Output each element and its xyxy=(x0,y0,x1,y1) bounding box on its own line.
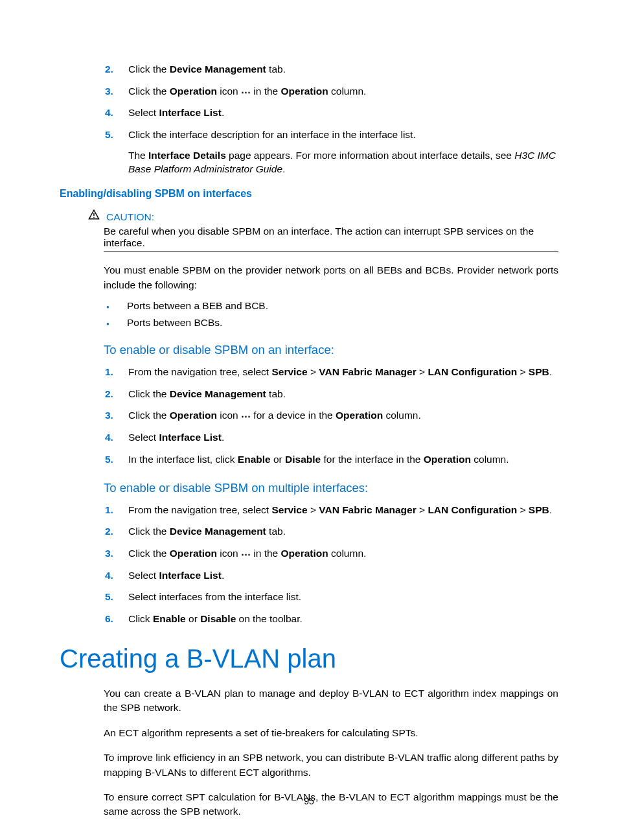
caution-row: CAUTION: xyxy=(88,209,558,223)
step-text: Select Interface List. xyxy=(128,430,558,445)
step-number: 5. xyxy=(105,590,128,604)
svg-point-1 xyxy=(93,217,95,218)
step-number: 1. xyxy=(105,503,128,517)
caution-label: CAUTION: xyxy=(106,211,154,223)
step-text: Click the Device Management tab. xyxy=(128,387,558,401)
step-text: In the interface list, click Enable or D… xyxy=(128,452,558,467)
bullet-dot-icon: ● xyxy=(106,317,127,329)
list-step: 3.Click the Operation icon ⋯ in the Oper… xyxy=(105,546,558,561)
step-number: 4. xyxy=(105,430,128,445)
step-number: 2. xyxy=(105,62,128,76)
step-text: Click the Operation icon ⋯ in the Operat… xyxy=(128,84,558,99)
list-step: 4.Select Interface List. xyxy=(105,430,558,445)
step-text: Click the Device Management tab. xyxy=(128,62,558,76)
step-number: 2. xyxy=(105,387,128,401)
step-subtext: The Interface Details page appears. For … xyxy=(128,148,558,176)
body-paragraph: An ECT algorithm represents a set of tie… xyxy=(104,726,558,740)
list-step: 5.Click the interface description for an… xyxy=(105,128,558,176)
step-text: Click Enable or Disable on the toolbar. xyxy=(128,612,558,626)
body-paragraph: You can create a B-VLAN plan to manage a… xyxy=(104,686,558,716)
step-number: 6. xyxy=(105,612,128,626)
list-step: 1.From the navigation tree, select Servi… xyxy=(105,365,558,379)
ordered-list-c: 1.From the navigation tree, select Servi… xyxy=(105,503,558,626)
bullet-dot-icon: ● xyxy=(106,300,127,312)
step-text: From the navigation tree, select Service… xyxy=(128,365,558,379)
list-step: 5.In the interface list, click Enable or… xyxy=(105,452,558,467)
heading-enable-single: To enable or disable SPBM on an interfac… xyxy=(104,343,558,357)
list-step: 1.From the navigation tree, select Servi… xyxy=(105,503,558,517)
step-number: 3. xyxy=(105,84,128,99)
page: 2.Click the Device Management tab.3.Clic… xyxy=(0,0,618,840)
step-number: 3. xyxy=(105,408,128,423)
page-number: 95 xyxy=(0,796,618,806)
caution-text: Be careful when you disable SPBM on an i… xyxy=(104,226,558,251)
list-step: 4.Select Interface List. xyxy=(105,568,558,583)
list-step: 4.Select Interface List. xyxy=(105,106,558,120)
list-step: 6.Click Enable or Disable on the toolbar… xyxy=(105,612,558,626)
list-step: 2.Click the Device Management tab. xyxy=(105,524,558,539)
step-text: Select Interface List. xyxy=(128,568,558,583)
bullet-text: Ports between BCBs. xyxy=(127,317,558,329)
list-step: 2.Click the Device Management tab. xyxy=(105,62,558,76)
step-text: Click the interface description for an i… xyxy=(128,128,558,176)
step-number: 1. xyxy=(105,365,128,379)
ordered-list-a: 2.Click the Device Management tab.3.Clic… xyxy=(105,62,558,176)
step-text: Select interfaces from the interface lis… xyxy=(128,590,558,604)
step-text: Click the Operation icon ⋯ in the Operat… xyxy=(128,546,558,561)
bullet-item: ●Ports between a BEB and BCB. xyxy=(106,300,558,312)
list-step: 5.Select interfaces from the interface l… xyxy=(105,590,558,604)
bullet-text: Ports between a BEB and BCB. xyxy=(127,300,558,312)
heading-enable-multiple: To enable or disable SPBM on multiple in… xyxy=(104,481,558,495)
step-number: 4. xyxy=(105,568,128,583)
heading-creating-bvlan: Creating a B-VLAN plan xyxy=(60,644,558,673)
step-text: Click the Device Management tab. xyxy=(128,524,558,539)
list-step: 3.Click the Operation icon ⋯ for a devic… xyxy=(105,408,558,423)
step-text: From the navigation tree, select Service… xyxy=(128,503,558,517)
bullet-item: ●Ports between BCBs. xyxy=(106,317,558,329)
step-number: 4. xyxy=(105,106,128,120)
paragraph-enable-spbm: You must enable SPBM on the provider net… xyxy=(104,263,558,292)
step-number: 5. xyxy=(105,128,128,176)
heading-enabling-disabling: Enabling/disabling SPBM on interfaces xyxy=(60,188,558,200)
step-number: 2. xyxy=(105,524,128,539)
body-paragraph: To improve link efficiency in an SPB net… xyxy=(104,751,558,780)
step-number: 5. xyxy=(105,452,128,467)
ordered-list-b: 1.From the navigation tree, select Servi… xyxy=(105,365,558,466)
step-text: Click the Operation icon ⋯ for a device … xyxy=(128,408,558,423)
step-number: 3. xyxy=(105,546,128,561)
step-text: Select Interface List. xyxy=(128,106,558,120)
list-step: 3.Click the Operation icon ⋯ in the Oper… xyxy=(105,84,558,99)
bullet-list: ●Ports between a BEB and BCB.●Ports betw… xyxy=(106,300,558,329)
caution-icon xyxy=(88,209,106,223)
list-step: 2.Click the Device Management tab. xyxy=(105,387,558,401)
